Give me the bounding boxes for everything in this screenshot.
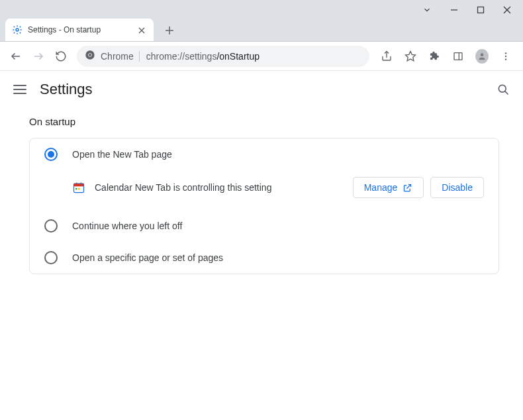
tab-settings[interactable]: Settings - On startup xyxy=(5,19,154,41)
radio-label: Open the New Tab page xyxy=(72,149,172,160)
window-minimize-icon[interactable] xyxy=(450,5,458,17)
radio-icon xyxy=(44,148,58,161)
manage-button[interactable]: Manage xyxy=(353,177,424,198)
address-bar: Chrome chrome://settings/onStartup xyxy=(0,42,523,71)
chrome-logo-icon xyxy=(85,50,95,62)
bookmark-star-icon[interactable] xyxy=(404,50,417,63)
search-icon[interactable] xyxy=(497,83,510,96)
omnibox-scheme-label: Chrome xyxy=(101,51,134,62)
svg-rect-29 xyxy=(78,188,80,190)
omnibox-url: chrome://settings/onStartup xyxy=(146,51,260,62)
radio-continue[interactable]: Continue where you left off xyxy=(30,210,499,242)
radio-icon xyxy=(44,251,58,264)
kebab-menu-icon[interactable] xyxy=(499,50,512,63)
svg-point-21 xyxy=(505,58,506,60)
svg-rect-25 xyxy=(74,184,84,186)
radio-specific-pages[interactable]: Open a specific page or set of pages xyxy=(30,242,499,274)
svg-line-23 xyxy=(505,91,508,95)
section-title: On startup xyxy=(29,116,499,127)
omnibox[interactable]: Chrome chrome://settings/onStartup xyxy=(77,46,369,67)
svg-point-4 xyxy=(16,28,19,31)
forward-button[interactable] xyxy=(29,47,48,66)
radio-label: Open a specific page or set of pages xyxy=(72,252,223,263)
disable-button[interactable]: Disable xyxy=(430,177,484,198)
svg-rect-16 xyxy=(454,52,462,60)
svg-marker-15 xyxy=(406,51,416,60)
svg-rect-1 xyxy=(478,7,484,13)
open-external-icon xyxy=(403,183,412,193)
extension-notice: Calendar New Tab is controlling this set… xyxy=(30,170,499,210)
disable-button-label: Disable xyxy=(442,182,473,193)
new-tab-button[interactable] xyxy=(160,21,179,40)
radio-icon xyxy=(44,219,58,233)
gear-icon xyxy=(12,25,23,35)
svg-rect-28 xyxy=(75,188,77,190)
svg-point-22 xyxy=(499,85,506,92)
startup-card: Open the New Tab page Calendar New Tab i… xyxy=(29,138,499,274)
share-icon[interactable] xyxy=(380,50,393,63)
hamburger-menu-icon[interactable] xyxy=(13,83,26,96)
calendar-extension-icon xyxy=(72,181,85,194)
toolbar-icons xyxy=(376,50,516,63)
browser-chrome: Settings - On startup xyxy=(0,0,523,42)
radio-label: Continue where you left off xyxy=(72,221,182,231)
extensions-icon[interactable] xyxy=(428,50,441,63)
svg-point-20 xyxy=(505,55,506,56)
reload-button[interactable] xyxy=(52,47,70,66)
svg-point-19 xyxy=(505,52,506,54)
svg-line-30 xyxy=(407,184,411,188)
page-title: Settings xyxy=(40,81,93,98)
svg-point-18 xyxy=(481,53,484,56)
tab-title: Settings - On startup xyxy=(28,25,131,34)
omnibox-security: Chrome xyxy=(85,50,140,62)
omnibox-divider xyxy=(139,51,140,62)
manage-button-label: Manage xyxy=(364,182,398,193)
side-panel-icon[interactable] xyxy=(452,50,465,63)
settings-content: On startup Open the New Tab page Calenda… xyxy=(0,108,523,274)
tab-close-icon[interactable] xyxy=(136,25,147,36)
window-controls xyxy=(0,0,523,17)
url-host: chrome://settings xyxy=(146,51,217,62)
window-close-icon[interactable] xyxy=(503,5,511,17)
back-button[interactable] xyxy=(7,47,25,66)
profile-avatar-icon[interactable] xyxy=(475,50,489,63)
window-dropdown-icon[interactable] xyxy=(422,5,432,17)
url-path: /onStartup xyxy=(216,51,260,62)
extension-notice-text: Calendar New Tab is controlling this set… xyxy=(95,182,344,193)
radio-open-new-tab[interactable]: Open the New Tab page xyxy=(30,138,499,170)
settings-header: Settings xyxy=(0,71,523,108)
svg-point-13 xyxy=(89,54,91,56)
window-maximize-icon[interactable] xyxy=(477,5,485,17)
tab-strip: Settings - On startup xyxy=(0,17,523,41)
